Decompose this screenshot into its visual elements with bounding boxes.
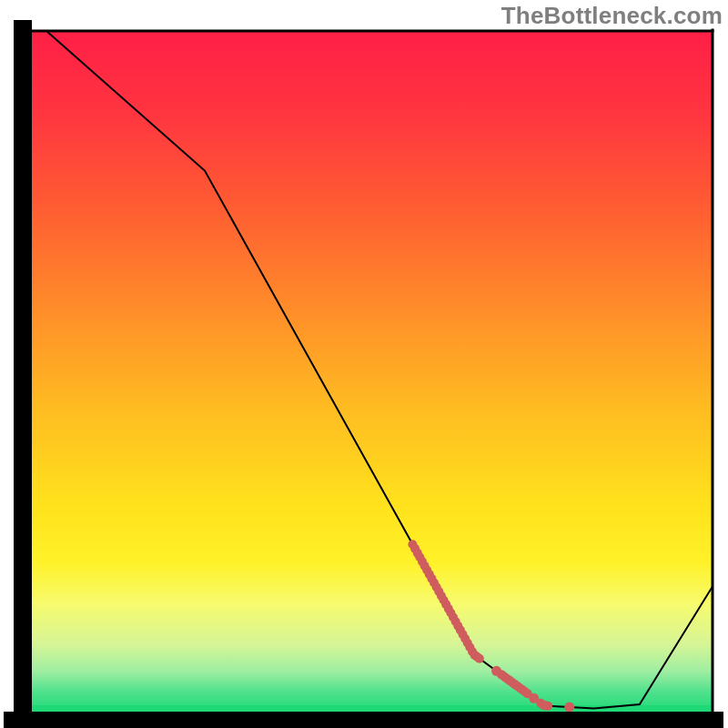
svg-point-29 <box>475 654 484 663</box>
chart-svg <box>0 0 728 728</box>
svg-point-48 <box>564 703 574 713</box>
watermark-text: TheBottleneck.com <box>501 2 723 30</box>
plot-background <box>31 31 713 713</box>
svg-point-47 <box>543 702 552 711</box>
bottleneck-chart: TheBottleneck.com <box>0 0 728 728</box>
